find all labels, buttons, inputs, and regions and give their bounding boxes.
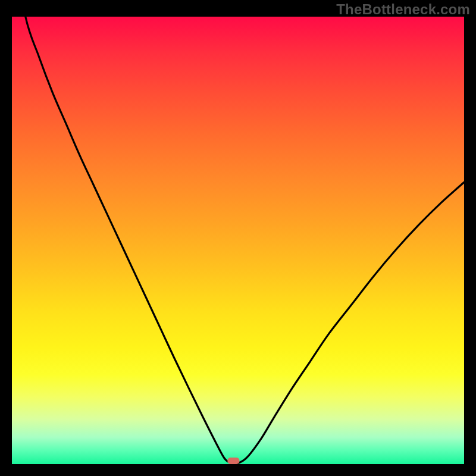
plot-area — [12, 17, 464, 464]
minimum-marker — [227, 458, 239, 464]
bottleneck-curve — [12, 17, 464, 464]
chart-frame: TheBottleneck.com — [0, 0, 476, 476]
watermark-text: TheBottleneck.com — [336, 1, 470, 18]
curve-layer — [12, 17, 464, 464]
